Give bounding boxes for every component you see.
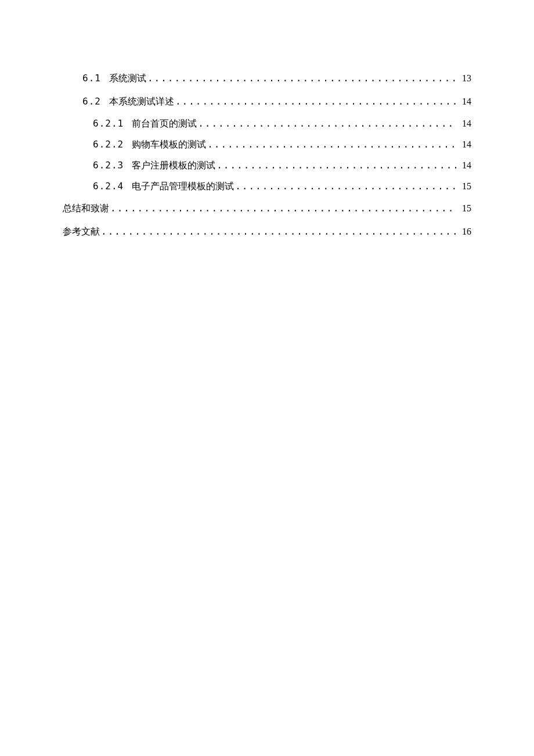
toc-number: 6.2.3	[93, 155, 124, 176]
toc-number: 6.1	[82, 67, 101, 90]
toc-title: 系统测试	[109, 67, 146, 90]
toc-page-number: 15	[457, 197, 471, 220]
toc-leader-dots	[147, 67, 456, 90]
toc-page-number: 16	[457, 220, 471, 243]
toc-page-number: 14	[457, 134, 471, 155]
toc-page-number: 13	[457, 67, 471, 90]
toc-entry: 6.2.2 购物车模板的测试 14	[93, 134, 471, 155]
toc-number: 6.2.2	[93, 134, 124, 155]
toc-leader-dots	[110, 197, 456, 220]
toc-entry: 参考文献 16	[63, 220, 471, 243]
toc-page-number: 15	[457, 176, 471, 197]
toc-number: 6.2.4	[93, 176, 124, 197]
toc-entry: 6.2.3 客户注册模板的测试 14	[93, 155, 471, 176]
toc-page-number: 14	[457, 90, 471, 113]
toc-number: 6.2.1	[93, 113, 124, 134]
toc-title: 前台首页的测试	[132, 113, 197, 134]
toc-title: 电子产品管理模板的测试	[132, 176, 234, 197]
toc-entry: 6.2 本系统测试详述 14	[82, 90, 471, 113]
toc-leader-dots	[207, 134, 456, 155]
toc-leader-dots	[175, 90, 456, 113]
toc-title: 客户注册模板的测试	[132, 155, 215, 176]
toc-title: 总结和致谢	[63, 197, 109, 220]
toc-number: 6.2	[82, 90, 101, 113]
table-of-contents: 6.1 系统测试 13 6.2 本系统测试详述 14 6.2.1 前台首页的测试…	[63, 67, 471, 243]
toc-leader-dots	[198, 113, 456, 134]
toc-page-number: 14	[457, 155, 471, 176]
toc-page-number: 14	[457, 113, 471, 134]
toc-title: 购物车模板的测试	[132, 134, 206, 155]
toc-title: 参考文献	[63, 220, 100, 243]
toc-title: 本系统测试详述	[109, 90, 174, 113]
toc-leader-dots	[217, 155, 456, 176]
toc-leader-dots	[235, 176, 456, 197]
toc-leader-dots	[101, 220, 456, 243]
toc-entry: 6.2.1 前台首页的测试 14	[93, 113, 471, 134]
toc-entry: 总结和致谢 15	[63, 197, 471, 220]
toc-entry: 6.2.4 电子产品管理模板的测试 15	[93, 176, 471, 197]
toc-entry: 6.1 系统测试 13	[82, 67, 471, 90]
